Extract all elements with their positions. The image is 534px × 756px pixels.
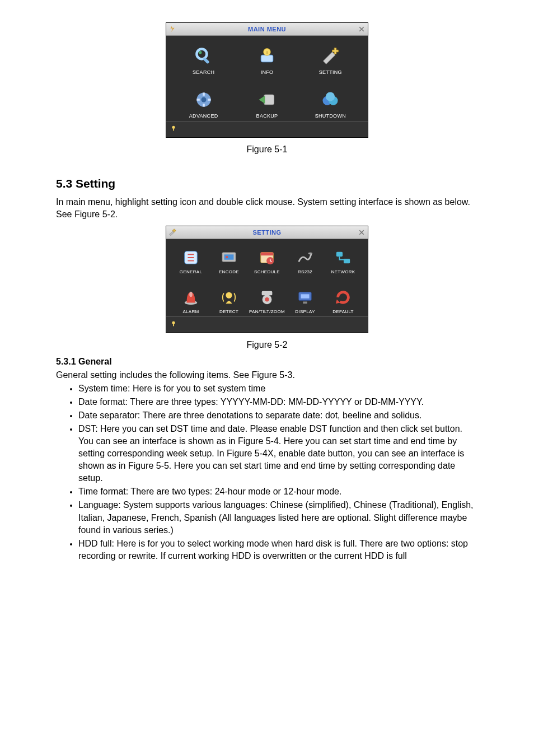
setting-icon: [320, 46, 340, 66]
svg-rect-31: [262, 291, 273, 296]
display-icon: [297, 289, 313, 306]
svg-rect-35: [301, 295, 310, 299]
svg-rect-11: [208, 99, 210, 101]
menu-detect[interactable]: DETECT: [210, 289, 248, 314]
ptz-icon: [259, 289, 275, 306]
svg-rect-23: [261, 253, 274, 256]
titlebar-icon: [166, 226, 179, 239]
search-icon: [194, 46, 214, 66]
svg-rect-12: [264, 95, 274, 105]
menu-label: RS232: [298, 269, 312, 274]
list-item: Date format: There are three types: YYYY…: [78, 396, 478, 408]
dialog-body: SEARCH i INFO SETTING ADVANCED: [166, 36, 368, 121]
menu-backup[interactable]: BACKUP: [235, 90, 298, 119]
svg-point-25: [308, 253, 313, 255]
menu-network[interactable]: NETWORK: [324, 249, 362, 274]
subsection-heading: 5.3.1 General: [56, 357, 478, 367]
schedule-icon: [259, 249, 275, 266]
menu-general[interactable]: GENERAL: [172, 249, 210, 274]
menu-label: PAN/TILT/ZOOM: [249, 309, 285, 314]
close-button[interactable]: [355, 23, 368, 35]
menu-default[interactable]: DEFAULT: [324, 289, 362, 314]
menu-rs232[interactable]: RS232: [286, 249, 324, 274]
dialog-footer: [166, 121, 368, 137]
svg-point-2: [199, 51, 202, 54]
dialog-title: MAIN MENU: [179, 26, 355, 32]
menu-schedule[interactable]: SCHEDULE: [248, 249, 286, 274]
menu-label: BACKUP: [256, 113, 278, 119]
general-icon: [182, 249, 199, 266]
svg-rect-10: [196, 99, 199, 101]
svg-point-7: [201, 97, 206, 102]
svg-rect-36: [303, 302, 307, 304]
close-button[interactable]: [355, 226, 368, 239]
list-item: Time format: There are two types: 24-hou…: [78, 486, 478, 498]
menu-label: DEFAULT: [332, 309, 354, 314]
bullet-list: System time: Here is for you to set syst…: [56, 382, 478, 562]
menu-label: DETECT: [219, 309, 238, 314]
info-icon: i: [257, 46, 277, 66]
footer-hint-icon: [170, 320, 177, 330]
menu-label: GENERAL: [180, 269, 202, 274]
section-paragraph: In main menu, highlight setting icon and…: [56, 196, 478, 220]
svg-rect-21: [226, 256, 228, 258]
menu-label: SEARCH: [193, 69, 214, 75]
list-item: System time: Here is for you to set syst…: [78, 382, 478, 395]
menu-shutdown[interactable]: SHUTDOWN: [299, 90, 362, 119]
svg-rect-17: [173, 129, 174, 131]
titlebar-icon: [166, 23, 179, 35]
dialog-titlebar: MAIN MENU: [166, 23, 368, 36]
list-item: HDD full: Here is for you to select work…: [78, 538, 478, 562]
subsection-paragraph: General setting includes the following i…: [56, 369, 478, 381]
svg-point-30: [226, 292, 232, 298]
menu-label: ALARM: [182, 309, 199, 314]
shutdown-icon: [320, 90, 340, 110]
network-icon: [335, 249, 352, 266]
dialog-title: SETTING: [179, 229, 355, 236]
main-menu-dialog: MAIN MENU SEARCH i INFO SET: [166, 22, 368, 138]
list-item: Date separator: There are three denotati…: [78, 409, 478, 422]
figure-caption-2: Figure 5-2: [56, 340, 478, 350]
menu-label: NETWORK: [331, 269, 355, 274]
svg-rect-26: [336, 252, 343, 256]
footer-hint-icon: [170, 124, 177, 134]
svg-rect-9: [203, 104, 205, 106]
menu-display[interactable]: DISPLAY: [286, 289, 324, 314]
detect-icon: [221, 289, 237, 306]
backup-icon: [257, 90, 277, 110]
advanced-icon: [194, 90, 214, 110]
menu-label: ENCODE: [219, 269, 239, 274]
menu-advanced[interactable]: ADVANCED: [172, 90, 235, 119]
svg-point-37: [172, 321, 175, 324]
svg-rect-3: [261, 55, 273, 62]
list-item: DST: Here you can set DST time and date.…: [78, 423, 478, 484]
figure-caption-1: Figure 5-1: [56, 144, 478, 155]
setting-dialog: SETTING GENERAL ENCODE SCH: [166, 226, 368, 333]
svg-point-0: [196, 49, 207, 59]
svg-rect-8: [203, 92, 205, 95]
dialog-titlebar: SETTING: [166, 226, 368, 239]
menu-alarm[interactable]: ALARM: [172, 289, 210, 314]
list-item: Language: System supports various langua…: [78, 499, 478, 536]
menu-encode[interactable]: ENCODE: [210, 249, 248, 274]
menu-label: SHUTDOWN: [315, 113, 346, 119]
svg-point-15: [326, 92, 335, 101]
alarm-icon: [182, 289, 199, 306]
rs232-icon: [297, 249, 313, 266]
section-heading: 5.3 Setting: [56, 177, 478, 190]
encode-icon: [221, 249, 237, 266]
menu-label: SETTING: [319, 69, 342, 75]
default-icon: [335, 289, 352, 306]
menu-label: DISPLAY: [295, 309, 315, 314]
menu-ptz[interactable]: PAN/TILT/ZOOM: [248, 289, 286, 314]
menu-search[interactable]: SEARCH: [172, 46, 235, 75]
svg-rect-20: [224, 255, 234, 260]
menu-setting[interactable]: SETTING: [299, 46, 362, 75]
svg-point-33: [265, 297, 269, 302]
dialog-body: GENERAL ENCODE SCHEDULE RS232: [166, 239, 368, 316]
menu-info[interactable]: i INFO: [235, 46, 298, 75]
menu-label: ADVANCED: [189, 113, 218, 119]
menu-label: SCHEDULE: [254, 269, 280, 274]
dialog-footer: [166, 316, 368, 333]
svg-point-16: [172, 126, 175, 129]
